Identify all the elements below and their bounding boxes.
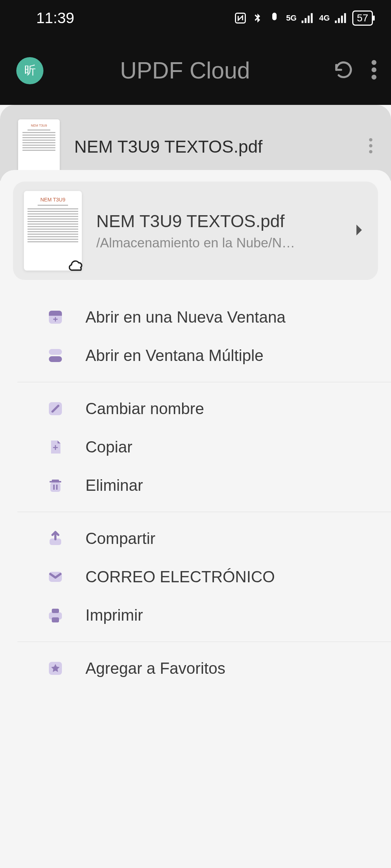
svg-rect-32 [52,617,59,622]
menu-label: Abrir en una Nueva Ventana [85,308,286,326]
print-icon [46,606,64,624]
svg-rect-20 [49,356,62,362]
chevron-right-icon [355,225,363,237]
status-time: 11:39 [36,9,74,27]
menu-label: Compartir [85,529,155,548]
menu-label: Imprimir [85,606,143,624]
trash-icon [46,476,64,494]
file-list-row: NEM T3U9 NEM T3U9 TEXTOS.pdf [0,105,391,181]
svg-rect-7 [341,16,343,23]
svg-rect-8 [344,13,346,23]
menu-label: CORREO ELECTRÓNICO [85,568,275,586]
cloud-icon [68,257,85,274]
more-vertical-icon[interactable] [371,60,377,81]
star-icon [46,659,64,677]
svg-rect-27 [56,485,58,490]
menu-open-new-window[interactable]: + Abrir en una Nueva Ventana [17,298,391,336]
svg-rect-25 [50,481,61,482]
svg-rect-5 [335,21,337,23]
signal-4g-icon: 4G [319,13,329,23]
svg-point-9 [371,60,377,65]
menu-email[interactable]: CORREO ELECTRÓNICO [17,558,391,596]
svg-rect-2 [305,18,307,23]
menu-section-edit: Cambiar nombre + Copiar Eliminar [17,382,391,512]
bluetooth-icon [252,12,263,25]
svg-rect-26 [53,485,55,490]
menu-rename[interactable]: Cambiar nombre [17,390,391,428]
menu-label: Abrir en Ventana Múltiple [85,346,264,365]
signal-bars-2-icon [335,13,347,24]
thumb-title: NEM T3U9 [28,197,78,203]
file-thumbnail: NEM T3U9 [18,119,60,174]
svg-rect-31 [52,609,59,613]
svg-rect-1 [302,21,303,23]
menu-print[interactable]: Imprimir [17,596,391,634]
svg-point-12 [369,138,372,141]
file-name: NEM T3U9 TEXTOS.pdf [74,137,354,157]
svg-rect-4 [311,13,313,23]
share-icon [46,529,64,548]
multi-window-icon [46,346,64,365]
svg-rect-23 [50,482,60,492]
menu-section-share: Compartir CORREO ELECTRÓNICO Imprimir [17,512,391,642]
menu-add-favorite[interactable]: Agregar a Favoritos [17,649,391,688]
svg-rect-3 [308,16,310,23]
menu-label: Eliminar [85,476,143,494]
svg-rect-6 [338,18,340,23]
menu-delete[interactable]: Eliminar [17,466,391,505]
sheet-file-header[interactable]: NEM T3U9 NEM T3U9 TEXTOS.pdf /Almacenami… [13,182,378,280]
refresh-icon[interactable] [334,60,353,81]
menu-section-favorite: Agregar a Favoritos [17,642,391,695]
edit-icon [46,400,64,418]
menu-open-multi-window[interactable]: Abrir en Ventana Múltiple [17,336,391,375]
status-icons: 5G 4G 57 [234,10,373,26]
thumb-title: NEM T3U9 [22,124,55,127]
app-header: 昕 UPDF Cloud [0,36,391,105]
svg-point-11 [371,75,377,80]
page-title: UPDF Cloud [36,57,334,84]
menu-label: Agregar a Favoritos [85,659,225,677]
menu-label: Copiar [85,438,133,456]
email-icon [46,568,64,586]
signal-5g-icon: 5G [286,13,297,23]
svg-point-14 [369,150,372,153]
more-vertical-icon[interactable] [369,138,373,155]
sheet-file-path: /Almacenamiento en la Nube/N… [96,235,340,251]
copy-icon: + [46,438,64,456]
status-bar: 11:39 5G 4G 57 [0,0,391,36]
svg-text:+: + [53,314,58,324]
mute-icon [268,12,281,25]
signal-bars-1-icon [302,13,314,24]
svg-text:+: + [52,442,58,453]
menu-label: Cambiar nombre [85,400,204,418]
new-window-icon: + [46,308,64,326]
sheet-file-name: NEM T3U9 TEXTOS.pdf [96,211,340,231]
battery-icon: 57 [352,10,373,26]
menu-share[interactable]: Compartir [17,519,391,558]
nfc-icon [234,12,247,25]
svg-rect-19 [49,349,62,355]
menu-copy[interactable]: + Copiar [17,428,391,466]
svg-point-10 [371,67,377,72]
context-menu-sheet: NEM T3U9 NEM T3U9 TEXTOS.pdf /Almacenami… [0,170,391,868]
menu-section-open: + Abrir en una Nueva Ventana Abrir en Ve… [17,291,391,382]
svg-point-13 [369,144,372,147]
